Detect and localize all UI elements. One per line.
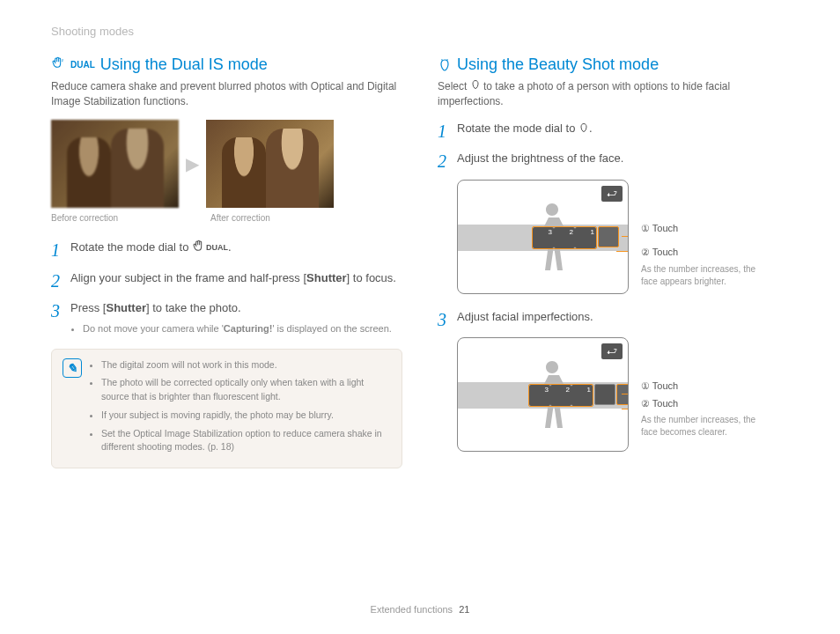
left-column: DUAL Using the Dual IS mode Reduce camer… bbox=[51, 55, 402, 468]
callout-2-text: Touch bbox=[652, 398, 678, 409]
beauty-icon bbox=[578, 121, 589, 138]
breadcrumb: Shooting modes bbox=[51, 25, 789, 38]
thumb-level-2: 2 bbox=[554, 227, 575, 248]
thumb-clarity-toggle bbox=[594, 384, 615, 405]
note-icon: ✎ bbox=[63, 358, 82, 378]
dual-is-steps: Rotate the mode dial to DUAL. Align your… bbox=[51, 239, 402, 336]
callout-1-text: Touch bbox=[652, 223, 678, 233]
beauty-steps-cont: Adjust facial imperfections. bbox=[438, 308, 789, 326]
screen-1-wrap: ⮐ 3 2 1 ① Touch ② Touch As the number i bbox=[457, 180, 789, 294]
thumb-level-3: 3 bbox=[529, 385, 550, 406]
step-2: Adjust the brightness of the face. bbox=[438, 150, 789, 167]
step-3: Press [Shutter] to take the photo. Do no… bbox=[51, 299, 402, 336]
beauty-icon bbox=[470, 79, 481, 94]
comparison-photos: ▶ bbox=[51, 120, 402, 208]
back-icon: ⮐ bbox=[601, 186, 623, 202]
caption-after: After correction bbox=[210, 213, 338, 223]
screen-preview-1: ⮐ 3 2 1 bbox=[457, 180, 629, 294]
callout-2-text: Touch bbox=[652, 247, 678, 257]
screen-preview-2: ⮐ 3 2 1 bbox=[457, 337, 629, 452]
dual-is-heading: DUAL Using the Dual IS mode bbox=[51, 55, 402, 74]
beauty-shot-intro: Select to take a photo of a person with … bbox=[438, 79, 789, 109]
right-column: Using the Beauty Shot mode Select to tak… bbox=[438, 55, 789, 468]
callout-1-text: Touch bbox=[652, 380, 678, 391]
thumb-level-2: 2 bbox=[550, 385, 571, 406]
note-box: ✎ The digital zoom will not work in this… bbox=[51, 349, 402, 469]
caption-before: Before correction bbox=[51, 213, 179, 223]
note-item: Set the Optical Image Stabilization opti… bbox=[101, 427, 391, 455]
step-1: Rotate the mode dial to DUAL. bbox=[51, 239, 402, 258]
footer-section: Extended functions bbox=[371, 604, 453, 615]
note-list: The digital zoom will not work in this m… bbox=[101, 358, 391, 460]
step-1: Rotate the mode dial to . bbox=[438, 120, 789, 137]
screen-2-callouts: ① Touch ② Touch As the number increases,… bbox=[641, 337, 773, 452]
dual-text-icon: DUAL bbox=[70, 60, 95, 70]
beauty-shot-heading: Using the Beauty Shot mode bbox=[438, 55, 789, 74]
callout-sub-1: As the number increases, the face appear… bbox=[641, 263, 773, 288]
note-item: If your subject is moving rapidly, the p… bbox=[101, 409, 391, 423]
thumb-group-selected: 3 2 1 bbox=[532, 226, 597, 249]
screen-1-callouts: ① Touch ② Touch As the number increases,… bbox=[641, 180, 773, 294]
beauty-steps: Rotate the mode dial to . Adjust the bri… bbox=[438, 120, 789, 167]
thumb-level-3: 3 bbox=[533, 227, 554, 248]
clarity-thumbs: 3 2 1 bbox=[528, 384, 629, 407]
page-footer: Extended functions 21 bbox=[0, 604, 840, 615]
page-number: 21 bbox=[459, 604, 469, 615]
step-2: Align your subject in the frame and half… bbox=[51, 269, 402, 287]
callout-number-1: ① bbox=[641, 380, 650, 393]
thumb-level-1: 1 bbox=[571, 385, 593, 406]
brightness-thumbs: 3 2 1 bbox=[532, 226, 619, 249]
callout-number-2: ② bbox=[641, 246, 650, 259]
hand-icon bbox=[192, 239, 206, 258]
dual-is-title-text: Using the Dual IS mode bbox=[100, 55, 268, 74]
callout-sub-2: As the number increases, the face become… bbox=[641, 414, 773, 439]
back-icon: ⮐ bbox=[601, 343, 623, 359]
note-item: The photo will be corrected optically on… bbox=[101, 376, 391, 404]
note-item: The digital zoom will not work in this m… bbox=[101, 358, 391, 372]
callout-number-2: ② bbox=[641, 397, 650, 410]
hand-icon bbox=[51, 55, 65, 74]
thumb-brightness-toggle bbox=[598, 226, 619, 247]
thumb-level-1: 1 bbox=[575, 227, 596, 248]
thumb-group-selected: 3 2 1 bbox=[528, 384, 593, 407]
step-3-note: Do not move your camera while 'Capturing… bbox=[83, 321, 402, 336]
dual-text-icon: DUAL bbox=[206, 243, 228, 252]
photo-before bbox=[51, 120, 179, 208]
arrow-right-icon: ▶ bbox=[186, 153, 199, 174]
screen-2-wrap: ⮐ 3 2 1 ① Touch ② Touch As t bbox=[457, 337, 789, 452]
callout-number-1: ① bbox=[641, 222, 650, 235]
beauty-shot-title-text: Using the Beauty Shot mode bbox=[457, 55, 659, 74]
beauty-icon bbox=[438, 58, 452, 72]
step-3: Adjust facial imperfections. bbox=[438, 308, 789, 326]
photo-after bbox=[206, 120, 334, 208]
thumb-clarity-toggle-2 bbox=[616, 384, 629, 405]
dual-is-intro: Reduce camera shake and prevent blurred … bbox=[51, 79, 402, 109]
